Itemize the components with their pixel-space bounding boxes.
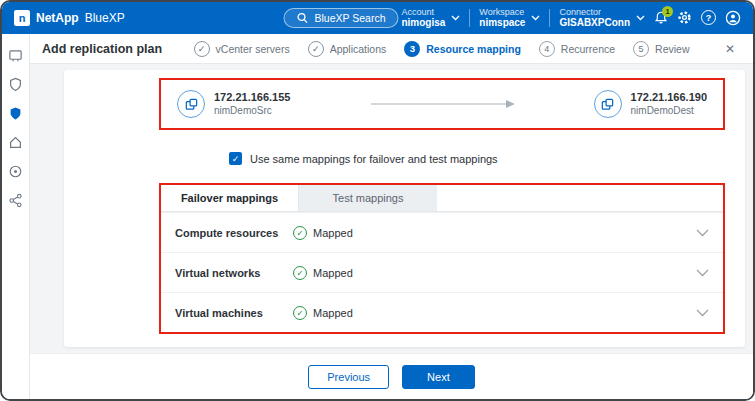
chevron-down-icon [636,15,645,21]
step-label: vCenter servers [216,43,290,55]
netapp-logo-icon: n [14,10,30,26]
settings-button[interactable] [677,10,692,25]
main-content: 172.21.166.155 nimDemoSrc [30,64,753,399]
sidebar-item-canvas[interactable] [7,46,25,64]
vcenter-host-icon [177,90,205,118]
step-label: Applications [330,43,387,55]
notifications-button[interactable]: 1 [654,10,668,25]
mapped-check-icon: ✓ [293,266,307,280]
row-status: ✓ Mapped [293,266,353,280]
sidebar-item-governance[interactable] [7,162,25,180]
destination-ip: 172.21.166.190 [631,91,707,105]
workspace-text: Workspace nimspace [479,7,525,30]
mappings-tabs: Failover mappings Test mappings [161,185,723,212]
chevron-down-icon [451,15,460,21]
chevron-down-icon[interactable] [696,269,709,277]
top-right-controls: Account nimogisa Workspace nimspace Conn… [401,7,741,30]
previous-button[interactable]: Previous [308,365,389,389]
bluexp-window: n NetApp BlueXP BlueXP Search Account ni… [0,0,755,401]
source-name: nimDemoSrc [214,105,290,118]
sidebar-item-storage[interactable] [7,133,25,151]
card-area: 172.21.166.155 nimDemoSrc [30,64,753,353]
top-header: n NetApp BlueXP BlueXP Search Account ni… [2,2,753,34]
vcenter-host-icon [594,90,622,118]
annotation-box-mappings: Failover mappings Test mappings Compute … [159,183,725,334]
workspace-label: Workspace [479,7,525,18]
account-menu[interactable]: Account nimogisa [401,7,460,30]
row-status: ✓ Mapped [293,226,353,240]
wizard-stepper: ✓ vCenter servers ✓ Applications 3 Resou… [162,41,721,57]
canvas-icon [8,48,23,63]
accordion-virtual-networks[interactable]: Virtual networks ✓ Mapped [161,252,723,292]
tab-test-mappings[interactable]: Test mappings [299,185,437,211]
row-status: ✓ Mapped [293,306,353,320]
status-text: Mapped [313,227,353,239]
step-label: Review [655,43,689,55]
left-sidebar [2,34,30,399]
wizard-header: Add replication plan ✓ vCenter servers ✓… [30,34,753,64]
accordion-compute-resources[interactable]: Compute resources ✓ Mapped [161,212,723,252]
row-label: Virtual machines [175,307,293,319]
brand-name: NetApp [36,11,79,25]
step-label: Resource mapping [426,43,521,55]
home-icon [8,135,23,150]
avatar-icon [725,10,741,26]
wizard-footer: Previous Next [30,353,753,399]
status-text: Mapped [313,307,353,319]
account-value: nimogisa [401,17,445,29]
destination-name: nimDemoDest [631,105,707,118]
row-label: Virtual networks [175,267,293,279]
search-icon [296,12,308,24]
row-label: Compute resources [175,227,293,239]
target-icon [8,164,23,179]
same-mappings-checkbox-row[interactable]: ✓ Use same mappings for failover and tes… [229,152,745,165]
page-title: Add replication plan [42,42,162,56]
source-text: 172.21.166.155 nimDemoSrc [214,91,290,117]
bluexp-search-button[interactable]: BlueXP Search [283,8,398,28]
step-review[interactable]: 5 Review [633,41,689,57]
workspace-menu[interactable]: Workspace nimspace [479,7,540,30]
annotation-box-source-destination: 172.21.166.155 nimDemoSrc [159,78,725,130]
checkbox-checked-icon[interactable]: ✓ [229,152,242,165]
step-check-icon: ✓ [194,41,210,57]
step-applications[interactable]: ✓ Applications [308,41,387,57]
source-vcenter: 172.21.166.155 nimDemoSrc [177,90,290,118]
step-number: 4 [539,41,555,57]
step-check-icon: ✓ [308,41,324,57]
step-recurrence[interactable]: 4 Recurrence [539,41,615,57]
workspace-value: nimspace [479,17,525,29]
chevron-down-icon [531,15,540,21]
brand: n NetApp BlueXP [14,10,125,26]
sidebar-item-protection[interactable] [7,104,25,122]
step-label: Recurrence [561,43,615,55]
search-label: BlueXP Search [314,12,385,24]
sidebar-item-mobility[interactable] [7,191,25,209]
connector-menu[interactable]: Connector GISABXPConn [559,7,645,30]
destination-text: 172.21.166.190 nimDemoDest [631,91,707,117]
help-button[interactable]: ? [701,10,716,25]
account-label: Account [401,7,445,18]
connector-label: Connector [559,7,630,18]
share-nodes-icon [8,193,23,208]
gear-icon [677,10,692,25]
step-number: 3 [404,41,420,57]
tab-failover-mappings[interactable]: Failover mappings [161,185,299,211]
step-resource-mapping[interactable]: 3 Resource mapping [404,41,521,57]
tab-strip: Failover mappings Test mappings [161,185,437,211]
step-vcenter-servers[interactable]: ✓ vCenter servers [194,41,290,57]
user-menu-button[interactable] [725,10,741,26]
divider [469,9,470,27]
resource-mapping-card: 172.21.166.155 nimDemoSrc [64,70,745,347]
connector-value: GISABXPConn [559,17,630,29]
chevron-down-icon[interactable] [696,309,709,317]
next-button[interactable]: Next [402,365,475,389]
mapped-check-icon: ✓ [293,306,307,320]
close-icon[interactable]: ✕ [721,40,739,58]
status-text: Mapped [313,267,353,279]
checkbox-label: Use same mappings for failover and test … [250,153,498,165]
chevron-down-icon[interactable] [696,229,709,237]
sidebar-item-health[interactable] [7,75,25,93]
accordion-virtual-machines[interactable]: Virtual machines ✓ Mapped [161,292,723,332]
replication-arrow-icon [290,99,593,109]
shield-outline-icon [8,77,23,92]
